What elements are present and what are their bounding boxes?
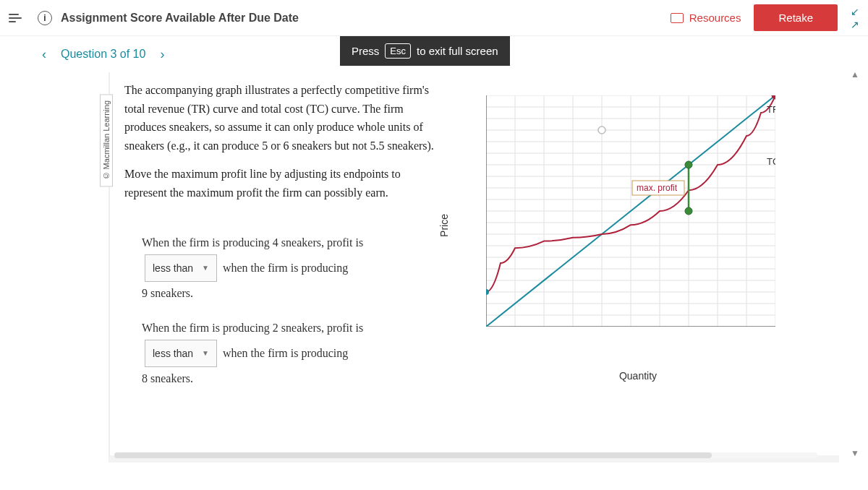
caret-icon: ▼ (202, 261, 209, 275)
scroll-down-arrow[interactable]: ▼ (851, 448, 859, 458)
profit-handle-bottom[interactable] (685, 207, 692, 215)
main-panel: © Macmillan Learning The accompanying gr… (109, 72, 839, 463)
tc-label: TC (767, 156, 775, 167)
max-profit-label: max. profit (637, 183, 678, 193)
sub-question-2: When the firm is producing 2 sneakers, p… (142, 317, 443, 390)
folder-icon (671, 13, 684, 23)
q2-dropdown[interactable]: less than ▼ (145, 340, 217, 367)
esc-suffix: to exit full screen (417, 45, 498, 57)
assignment-title: Assignment Score Available After Due Dat… (61, 12, 299, 25)
q2-pre: When the firm is producing 2 sneakers, p… (142, 322, 363, 334)
chart-svg[interactable]: 01234567891011121314151617181920 0123456… (486, 95, 775, 327)
tr-origin-point (486, 289, 489, 295)
resources-button[interactable]: Resources (671, 12, 741, 24)
esc-prefix: Press (352, 45, 379, 57)
question-text-column: The accompanying graph illustrates a per… (124, 81, 443, 447)
scrollbar-thumb[interactable] (114, 452, 712, 458)
top-bar: i Assignment Score Available After Due D… (0, 0, 868, 36)
q2-end: 8 sneakers. (142, 372, 193, 384)
q2-post: when the firm is producing (223, 347, 348, 359)
question-counter: Question 3 of 10 (61, 48, 145, 61)
copyright-tab: © Macmillan Learning (100, 94, 113, 186)
caret-icon: ▼ (202, 346, 209, 361)
horizontal-scrollbar[interactable] (114, 452, 817, 458)
chart[interactable]: Price Quantity 0123456789101112131415161… (464, 95, 812, 356)
menu-icon[interactable] (9, 14, 26, 22)
fullscreen-hint: Press Esc to exit full screen (340, 36, 510, 66)
x-axis-label: Quantity (619, 370, 657, 382)
q2-dropdown-value: less than (153, 343, 193, 364)
collapse-icon[interactable]: ↙↗ (851, 6, 859, 30)
scroll-up-arrow[interactable]: ▲ (851, 69, 859, 79)
next-question-button[interactable]: › (154, 44, 170, 65)
y-axis-label: Price (438, 214, 450, 237)
q1-dropdown[interactable]: less than ▼ (145, 254, 217, 282)
esc-key: Esc (385, 43, 411, 59)
q1-end: 9 sneakers. (142, 287, 193, 299)
hollow-marker[interactable] (598, 126, 605, 134)
prompt-instruction: Move the maximum profit line by adjustin… (124, 165, 443, 202)
info-icon[interactable]: i (38, 11, 52, 25)
q1-dropdown-value: less than (153, 258, 193, 278)
profit-handle-top[interactable] (685, 161, 692, 168)
prompt-paragraph: The accompanying graph illustrates a per… (124, 81, 443, 155)
sub-question-1: When the firm is producing 4 sneakers, p… (142, 231, 443, 305)
prev-question-button[interactable]: ‹ (36, 44, 52, 65)
q1-post: when the firm is producing (223, 262, 348, 274)
q1-pre: When the firm is producing 4 sneakers, p… (142, 236, 363, 249)
resources-label: Resources (689, 12, 741, 24)
tr-label: TR (767, 104, 775, 115)
retake-button[interactable]: Retake (754, 4, 838, 31)
